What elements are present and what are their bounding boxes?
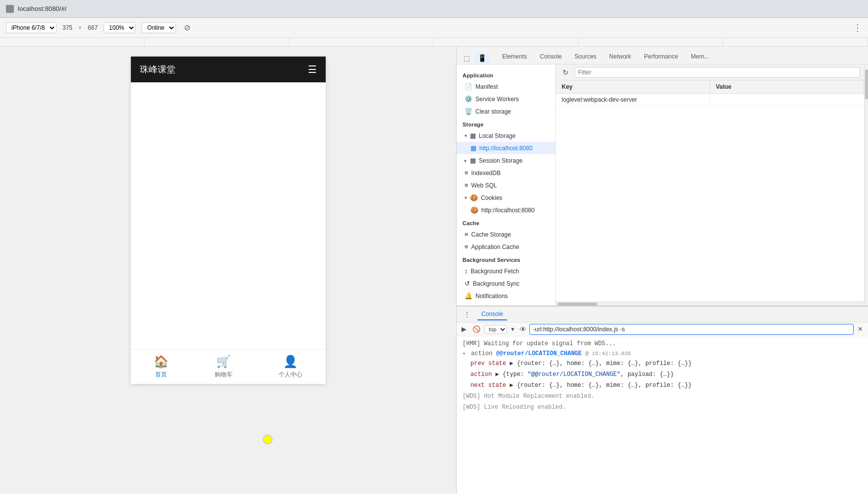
- console-line-wds-live: [WDS] Live Reloading enabled.: [457, 402, 868, 413]
- row-value: [710, 94, 864, 106]
- devtools-icon-buttons: ⬚ 📱: [461, 52, 489, 64]
- sidebar-item-cookies[interactable]: ▾ 🍪 Cookies: [457, 191, 555, 204]
- console-options-btn[interactable]: ⋮: [461, 309, 473, 320]
- background-fetch-icon: ↕: [464, 267, 468, 275]
- ruler-bar: [0, 38, 868, 47]
- console-line-next-state: next state ▶ {router: {…}, home: {…}, mi…: [457, 380, 868, 391]
- sidebar-item-cache-storage[interactable]: ≡ Cache Storage: [457, 228, 555, 241]
- col-key: Key: [556, 80, 710, 93]
- row-key: loglevel:webpack-dev-server: [556, 94, 710, 106]
- context-dropdown-btn[interactable]: ▾: [509, 324, 517, 334]
- sidebar-item-background-sync[interactable]: ↺ Background Sync: [457, 277, 555, 290]
- console-toolbar: ▶ 🚫 top ▾ 👁 ✕: [457, 322, 868, 336]
- sidebar-item-background-fetch[interactable]: ↕ Background Fetch: [457, 265, 555, 277]
- service-workers-label: Service Workers: [475, 96, 519, 103]
- application-cache-icon: ≡: [464, 243, 468, 250]
- dimension-separator: ×: [78, 24, 82, 31]
- phone-frame: 珠峰课堂 ☰ 🏠 首页 🛒 购物车 👤 个人中心: [131, 57, 326, 384]
- sidebar-item-indexeddb[interactable]: ≡ IndexedDB: [457, 167, 555, 179]
- nav-profile-label: 个人中心: [279, 370, 302, 379]
- console-eye-btn[interactable]: 👁: [519, 324, 527, 334]
- sidebar-item-service-workers[interactable]: ⚙️ Service Workers: [457, 93, 555, 105]
- ruler-segment: [723, 38, 868, 46]
- action-key: action: [470, 371, 492, 378]
- notifications-label: Notifications: [475, 293, 508, 300]
- cookies-host-label: http://localhost:8080: [481, 207, 534, 214]
- websql-icon: ≡: [464, 182, 468, 189]
- sidebar-item-websql[interactable]: ≡ Web SQL: [457, 179, 555, 191]
- phone-viewport: 珠峰课堂 ☰ 🏠 首页 🛒 购物车 👤 个人中心: [0, 47, 456, 494]
- sidebar-item-clear-storage[interactable]: 🗑️ Clear storage: [457, 105, 555, 118]
- devtools-body: Application 📄 Manifest ⚙️ Service Worker…: [457, 64, 868, 306]
- console-filter-input[interactable]: [529, 324, 854, 335]
- ruler-segment: [434, 38, 579, 46]
- tab-elements[interactable]: Elements: [496, 50, 533, 64]
- indexeddb-label: IndexedDB: [471, 170, 501, 177]
- local-storage-host-label: http://localhost:8080: [479, 145, 532, 152]
- width-input: 375: [62, 24, 72, 31]
- nav-home[interactable]: 🏠 首页: [154, 355, 169, 379]
- console-line-action: action ▶ {type: "@@router/LOCATION_CHANG…: [457, 369, 868, 380]
- tab-sources[interactable]: Sources: [569, 50, 602, 64]
- expand-arrow: ▾: [463, 351, 465, 357]
- console-expandable-action[interactable]: ▾ action @@router/LOCATION_CHANGE @ 15:4…: [457, 349, 868, 358]
- menu-icon[interactable]: ☰: [308, 63, 317, 75]
- cookies-arrow: ▾: [464, 195, 467, 200]
- session-storage-icon: ▦: [470, 157, 476, 164]
- network-select[interactable]: Online: [142, 22, 176, 33]
- sidebar-item-session-storage[interactable]: ▸ ▦ Session Storage: [457, 154, 555, 167]
- sidebar-item-cookies-host[interactable]: 🍪 http://localhost:8080: [457, 204, 555, 216]
- table-row[interactable]: loglevel:webpack-dev-server: [556, 94, 864, 106]
- background-sync-label: Background Sync: [473, 280, 520, 287]
- bottom-scrollbar[interactable]: [556, 302, 864, 306]
- ruler-segment: [145, 38, 289, 46]
- sidebar-item-notifications[interactable]: 🔔 Notifications: [457, 290, 555, 302]
- filter-input[interactable]: [575, 67, 860, 78]
- console-execute-btn[interactable]: ▶: [460, 324, 468, 334]
- zoom-select[interactable]: 100%: [104, 22, 136, 33]
- console-tab[interactable]: Console: [477, 309, 507, 320]
- action-timestamp: @ 15:42:13.035: [585, 351, 631, 357]
- tab-console[interactable]: Console: [534, 50, 568, 64]
- sidebar-item-local-storage[interactable]: ▾ ▦ Local Storage: [457, 129, 555, 142]
- side-scrollbar[interactable]: [864, 64, 868, 306]
- cart-icon: 🛒: [216, 355, 231, 369]
- profile-icon: 👤: [283, 355, 298, 369]
- col-value: Value: [710, 80, 864, 93]
- favicon-icon: [6, 5, 14, 13]
- home-icon: 🏠: [154, 355, 169, 369]
- websql-label: Web SQL: [471, 182, 497, 189]
- console-clear-btn[interactable]: 🚫: [470, 324, 482, 334]
- action-value: ▶ {type: "@@router/LOCATION_CHANGE", pay…: [495, 371, 674, 378]
- console-tab-bar: ⋮ Console: [457, 307, 868, 322]
- nav-cart[interactable]: 🛒 购物车: [215, 355, 232, 379]
- tab-memory[interactable]: Mem...: [685, 50, 715, 64]
- local-storage-label: Local Storage: [479, 132, 516, 139]
- sidebar-item-manifest[interactable]: 📄 Manifest: [457, 80, 555, 93]
- sidebar-item-application-cache[interactable]: ≡ Application Cache: [457, 241, 555, 253]
- console-area: ⋮ Console ▶ 🚫 top ▾ 👁 ✕ [HMR] Waiting fo…: [457, 306, 868, 494]
- inspect-icon-btn[interactable]: ⬚: [461, 52, 473, 64]
- console-close-filter-btn[interactable]: ✕: [856, 324, 865, 334]
- service-workers-icon: ⚙️: [464, 95, 472, 103]
- cookies-icon: 🍪: [470, 194, 478, 201]
- clear-storage-label: Clear storage: [475, 108, 511, 115]
- device-select[interactable]: iPhone 6/7/8: [6, 22, 57, 33]
- rotate-btn[interactable]: ⊘: [182, 22, 192, 33]
- console-line-wds-hmr: [WDS] Hot Module Replacement enabled.: [457, 391, 868, 402]
- nav-profile[interactable]: 👤 个人中心: [279, 355, 302, 379]
- cache-storage-icon: ≡: [464, 231, 468, 238]
- sidebar-item-local-storage-host[interactable]: ▦ http://localhost:8080: [457, 142, 555, 154]
- panel-content: Key Value loglevel:webpack-dev-server: [556, 80, 864, 302]
- refresh-btn[interactable]: ↻: [560, 66, 572, 78]
- devtools-panel: ⬚ 📱 Elements Console Sources Network Per…: [456, 47, 868, 494]
- device-icon-btn[interactable]: 📱: [475, 52, 489, 64]
- action-prefix: action: [471, 350, 496, 357]
- background-fetch-label: Background Fetch: [471, 268, 519, 275]
- tab-performance[interactable]: Performance: [638, 50, 684, 64]
- more-options-btn[interactable]: ⋮: [853, 22, 862, 33]
- manifest-label: Manifest: [475, 83, 498, 90]
- tab-network[interactable]: Network: [603, 50, 637, 64]
- app-title: 珠峰课堂: [140, 63, 175, 75]
- console-context-select[interactable]: top: [484, 325, 507, 334]
